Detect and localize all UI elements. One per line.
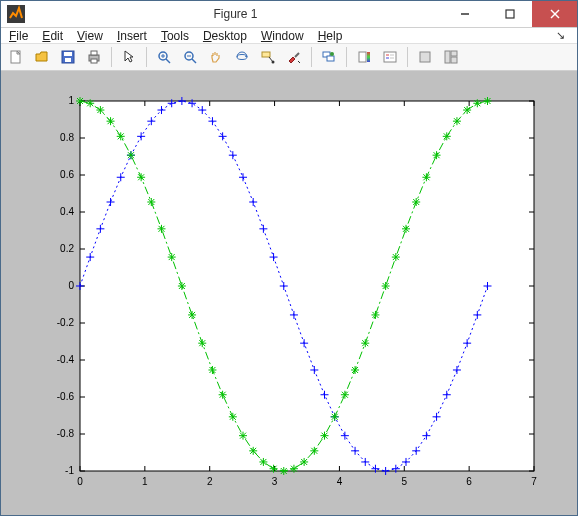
svg-rect-38: [80, 101, 534, 471]
brush-button[interactable]: [283, 46, 305, 68]
svg-point-26: [330, 52, 334, 56]
menu-insert[interactable]: Insert: [117, 29, 147, 43]
svg-text:2: 2: [207, 476, 213, 487]
svg-text:0: 0: [77, 476, 83, 487]
svg-rect-27: [359, 52, 366, 62]
menu-view[interactable]: View: [77, 29, 103, 43]
pointer-button[interactable]: [118, 46, 140, 68]
svg-text:0.2: 0.2: [60, 243, 74, 254]
zoom-in-button[interactable]: [153, 46, 175, 68]
hide-tools-button[interactable]: [414, 46, 436, 68]
svg-text:0.8: 0.8: [60, 132, 74, 143]
matlab-icon: [3, 1, 29, 27]
svg-line-13: [166, 59, 170, 63]
print-button[interactable]: [83, 46, 105, 68]
svg-text:-1: -1: [65, 465, 74, 476]
svg-rect-36: [451, 51, 457, 56]
svg-rect-7: [64, 52, 72, 56]
svg-rect-28: [367, 52, 370, 62]
svg-text:-0.8: -0.8: [57, 428, 75, 439]
svg-text:0: 0: [68, 280, 74, 291]
link-button[interactable]: [318, 46, 340, 68]
svg-rect-35: [445, 51, 450, 63]
svg-text:-0.2: -0.2: [57, 317, 75, 328]
legend-button[interactable]: [379, 46, 401, 68]
svg-rect-29: [384, 52, 396, 62]
close-button[interactable]: [532, 1, 577, 27]
window-controls: [442, 1, 577, 27]
maximize-button[interactable]: [487, 1, 532, 27]
title-bar: Figure 1: [1, 1, 577, 28]
svg-rect-11: [91, 59, 97, 63]
menu-edit[interactable]: Edit: [42, 29, 63, 43]
pan-button[interactable]: [205, 46, 227, 68]
menu-help[interactable]: Help: [318, 29, 343, 43]
svg-text:0.4: 0.4: [60, 206, 74, 217]
minimize-button[interactable]: [442, 1, 487, 27]
svg-rect-34: [420, 52, 430, 62]
figure-window: Figure 1 File Edit View Insert Tools Des…: [0, 0, 578, 516]
svg-text:-0.4: -0.4: [57, 354, 75, 365]
menu-tools[interactable]: Tools: [161, 29, 189, 43]
show-tools-button[interactable]: [440, 46, 462, 68]
dock-button[interactable]: ↘: [556, 29, 569, 42]
save-button[interactable]: [57, 46, 79, 68]
svg-text:3: 3: [272, 476, 278, 487]
svg-line-17: [192, 59, 196, 63]
svg-text:5: 5: [402, 476, 408, 487]
svg-point-22: [272, 61, 275, 64]
svg-text:-0.6: -0.6: [57, 391, 75, 402]
svg-text:6: 6: [466, 476, 472, 487]
toolbar: [1, 44, 577, 71]
svg-text:1: 1: [142, 476, 148, 487]
menu-window[interactable]: Window: [261, 29, 304, 43]
menu-bar: File Edit View Insert Tools Desktop Wind…: [1, 28, 577, 44]
svg-text:1: 1: [68, 95, 74, 106]
svg-text:0.6: 0.6: [60, 169, 74, 180]
figure-canvas: 01234567-1-0.8-0.6-0.4-0.200.20.40.60.81: [1, 71, 577, 515]
menu-desktop[interactable]: Desktop: [203, 29, 247, 43]
svg-rect-25: [327, 56, 334, 61]
svg-line-23: [295, 53, 299, 57]
menu-file[interactable]: File: [9, 29, 28, 43]
svg-rect-2: [506, 10, 514, 18]
svg-text:4: 4: [337, 476, 343, 487]
colorbar-button[interactable]: [353, 46, 375, 68]
window-title: Figure 1: [29, 7, 442, 21]
svg-rect-8: [65, 58, 71, 62]
new-figure-button[interactable]: [5, 46, 27, 68]
svg-rect-10: [91, 51, 97, 55]
zoom-out-button[interactable]: [179, 46, 201, 68]
axes[interactable]: 01234567-1-0.8-0.6-0.4-0.200.20.40.60.81: [24, 83, 554, 503]
open-button[interactable]: [31, 46, 53, 68]
svg-rect-37: [451, 57, 457, 63]
data-cursor-button[interactable]: [257, 46, 279, 68]
svg-text:7: 7: [531, 476, 537, 487]
rotate-button[interactable]: [231, 46, 253, 68]
svg-rect-20: [262, 52, 270, 57]
